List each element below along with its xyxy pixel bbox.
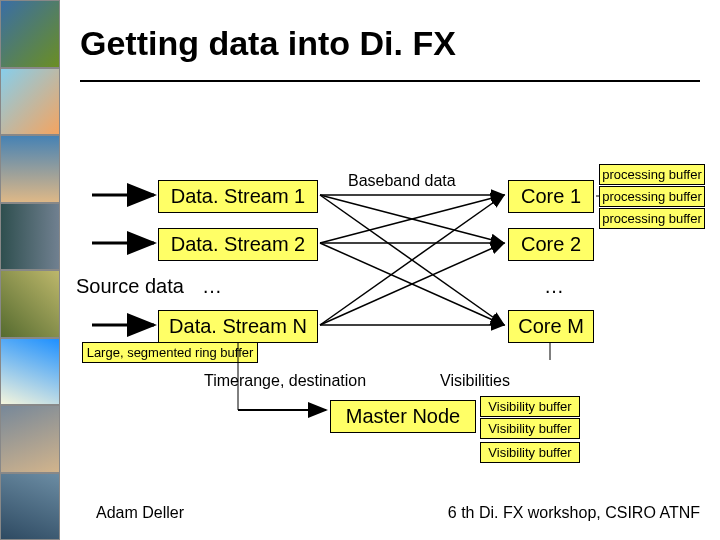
thumbnail-strip bbox=[0, 0, 60, 540]
thumbnail-image bbox=[0, 203, 60, 271]
timerange-label: Timerange, destination bbox=[204, 372, 366, 390]
svg-line-8 bbox=[320, 243, 504, 325]
svg-line-6 bbox=[320, 195, 504, 243]
slide-title: Getting data into Di. FX bbox=[80, 24, 456, 63]
visibilities-label: Visibilities bbox=[440, 372, 510, 390]
svg-line-4 bbox=[320, 195, 504, 243]
processing-buffer-box: processing buffer bbox=[599, 208, 705, 229]
thumbnail-image bbox=[0, 68, 60, 136]
thumbnail-image bbox=[0, 473, 60, 541]
core-box: Core 1 bbox=[508, 180, 594, 213]
visibility-buffer-box: Visibility buffer bbox=[480, 418, 580, 439]
svg-line-9 bbox=[320, 195, 504, 325]
svg-line-10 bbox=[320, 243, 504, 325]
footer-author: Adam Deller bbox=[96, 504, 184, 522]
processing-buffer-box: processing buffer bbox=[599, 164, 705, 185]
core-ellipsis: … bbox=[544, 275, 564, 298]
visibility-buffer-box: Visibility buffer bbox=[480, 442, 580, 463]
slide: Getting data into Di. FX Source data … D… bbox=[0, 0, 720, 540]
thumbnail-image bbox=[0, 135, 60, 203]
footer-event: 6 th Di. FX workshop, CSIRO ATNF bbox=[448, 504, 700, 522]
datastream-box: Data. Stream N bbox=[158, 310, 318, 343]
visibility-buffer-box: Visibility buffer bbox=[480, 396, 580, 417]
core-box: Core M bbox=[508, 310, 594, 343]
master-node-box: Master Node bbox=[330, 400, 476, 433]
source-data-label: Source data bbox=[76, 275, 184, 298]
processing-buffer-box: processing buffer bbox=[599, 186, 705, 207]
ring-buffer-box: Large, segmented ring buffer bbox=[82, 342, 258, 363]
thumbnail-image bbox=[0, 338, 60, 406]
thumbnail-image bbox=[0, 270, 60, 338]
datastream-box: Data. Stream 1 bbox=[158, 180, 318, 213]
title-rule bbox=[80, 80, 700, 82]
datastream-box: Data. Stream 2 bbox=[158, 228, 318, 261]
datastream-ellipsis: … bbox=[202, 275, 222, 298]
svg-line-5 bbox=[320, 195, 504, 325]
thumbnail-image bbox=[0, 405, 60, 473]
thumbnail-image bbox=[0, 0, 60, 68]
core-box: Core 2 bbox=[508, 228, 594, 261]
baseband-label: Baseband data bbox=[348, 172, 456, 190]
